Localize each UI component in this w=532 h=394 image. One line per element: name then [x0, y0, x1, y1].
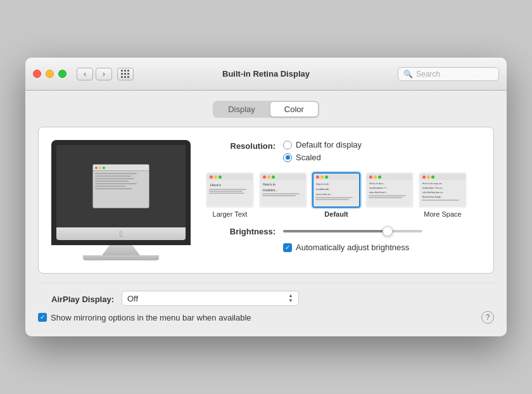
sp-body-2: Here's to troublem... [260, 180, 306, 207]
select-arrows-icon: ▲ ▼ [288, 293, 293, 303]
tabs-container: Display Color [213, 101, 319, 118]
airplay-value: Off [127, 294, 138, 303]
sp-body-4: Here's to the c... troublemakers. T... r… [367, 180, 412, 207]
auto-brightness-row: ✓ Automatically adjust brightness [283, 243, 481, 252]
scale-options: Here's Larger Text [206, 172, 481, 218]
brightness-row: Brightness: [206, 226, 481, 236]
brightness-slider[interactable] [283, 230, 422, 232]
sp-titlebar-3 [314, 174, 359, 180]
auto-brightness-checkbox[interactable]: ✓ [283, 243, 292, 252]
sp-titlebar-1 [207, 174, 253, 180]
tabs-row: Display Color [38, 101, 494, 118]
tab-display[interactable]: Display [214, 102, 269, 117]
forward-button[interactable]: › [96, 68, 112, 80]
bottom-controls: ✓ Show mirroring options in the menu bar… [38, 311, 494, 324]
monitor-base [83, 255, 159, 260]
sp-body-5: Here's to the crazy one troublemakers. T… [420, 180, 466, 207]
main-panel:  Resolution: Default for display [38, 127, 494, 274]
grid-icon [121, 70, 130, 79]
close-button[interactable] [33, 70, 41, 78]
scale-preview-medium: Here's to the c... troublemakers. T... r… [365, 172, 414, 208]
bottom-section: AirPlay Display: Off ▲ ▼ ✓ Show mirrorin… [38, 283, 494, 324]
scale-larger[interactable]: Here's to troublem... [259, 172, 307, 218]
search-box[interactable]: 🔍 Search [398, 67, 499, 81]
mirror-checkbox[interactable]: ✓ [38, 313, 47, 322]
sp-body-3: Here's to th troublemak... ones who se..… [314, 180, 359, 207]
radio-default-label: Default for display [296, 140, 362, 149]
tab-color[interactable]: Color [270, 102, 318, 117]
radio-default-circle [283, 141, 292, 149]
monitor-screen [56, 145, 186, 227]
resolution-row: Resolution: Default for display Scaled [206, 140, 481, 162]
scale-preview-default: Here's to th troublemak... ones who se..… [312, 172, 360, 208]
scale-more-space-label: More Space [424, 210, 461, 218]
airplay-select[interactable]: Off ▲ ▼ [122, 291, 299, 306]
auto-brightness-label: Automatically adjust brightness [296, 243, 409, 252]
sp-titlebar-4 [367, 174, 412, 180]
radio-scaled[interactable]: Scaled [283, 153, 362, 162]
mirror-row: ✓ Show mirroring options in the menu bar… [38, 313, 251, 322]
sp-body-1: Here's [207, 180, 253, 207]
scale-preview-larger: Here's [206, 172, 254, 208]
search-icon: 🔍 [403, 70, 413, 79]
window-content: Display Color [25, 91, 507, 336]
scale-preview-more: Here's to the crazy one troublemakers. T… [419, 172, 467, 208]
main-window: ‹ › Built-in Retina Display 🔍 Search Dis… [25, 58, 507, 336]
monitor-wrap:  [51, 140, 191, 260]
mirror-label: Show mirroring options in the menu bar w… [51, 313, 251, 322]
scale-larger-text[interactable]: Here's Larger Text [206, 172, 254, 218]
arrow-down-icon: ▼ [288, 298, 293, 303]
airplay-label: AirPlay Display: [38, 293, 114, 304]
apple-logo-icon:  [119, 229, 122, 239]
maximize-button[interactable] [58, 70, 66, 78]
scale-default[interactable]: Here's to th troublemak... ones who se..… [312, 172, 360, 218]
nav-buttons: ‹ › [77, 68, 112, 80]
settings-section: Resolution: Default for display Scaled [206, 140, 481, 260]
monitor-inner-window [92, 164, 149, 208]
radio-scaled-circle [283, 153, 292, 162]
resolution-radio-group: Default for display Scaled [283, 140, 362, 162]
radio-default[interactable]: Default for display [283, 140, 362, 149]
scale-medium[interactable]: Here's to the c... troublemakers. T... r… [365, 172, 414, 218]
checkmark-icon: ✓ [285, 245, 290, 251]
airplay-row: AirPlay Display: Off ▲ ▼ [38, 291, 494, 306]
grid-view-button[interactable] [117, 68, 134, 80]
scale-larger-text-label: Larger Text [213, 210, 248, 218]
slider-track [283, 230, 422, 232]
mirror-checkmark-icon: ✓ [40, 314, 45, 321]
slider-thumb[interactable] [383, 226, 393, 236]
sp-titlebar-2 [260, 174, 306, 180]
back-button[interactable]: ‹ [77, 68, 93, 80]
search-placeholder: Search [416, 70, 440, 79]
monitor-outer:  [51, 140, 191, 245]
traffic-lights [33, 70, 66, 78]
titlebar: ‹ › Built-in Retina Display 🔍 Search [25, 58, 507, 91]
minimize-button[interactable] [46, 70, 54, 78]
monitor-stand [102, 245, 140, 255]
monitor-section:  [51, 140, 191, 260]
resolution-label: Resolution: [206, 140, 276, 151]
window-title: Built-in Retina Display [222, 69, 310, 79]
sp-titlebar-5 [420, 174, 466, 180]
scale-preview-larger2: Here's to troublem... [259, 172, 307, 208]
mini-titlebar [93, 165, 149, 171]
scale-more-space[interactable]: Here's to the crazy one troublemakers. T… [419, 172, 467, 218]
radio-scaled-inner [286, 155, 290, 160]
mini-content [93, 171, 149, 191]
help-button[interactable]: ? [481, 311, 494, 324]
scale-default-label: Default [324, 210, 348, 218]
monitor-chin:  [56, 227, 186, 240]
radio-scaled-label: Scaled [296, 153, 321, 162]
slider-fill [283, 230, 388, 232]
brightness-label: Brightness: [206, 226, 276, 236]
